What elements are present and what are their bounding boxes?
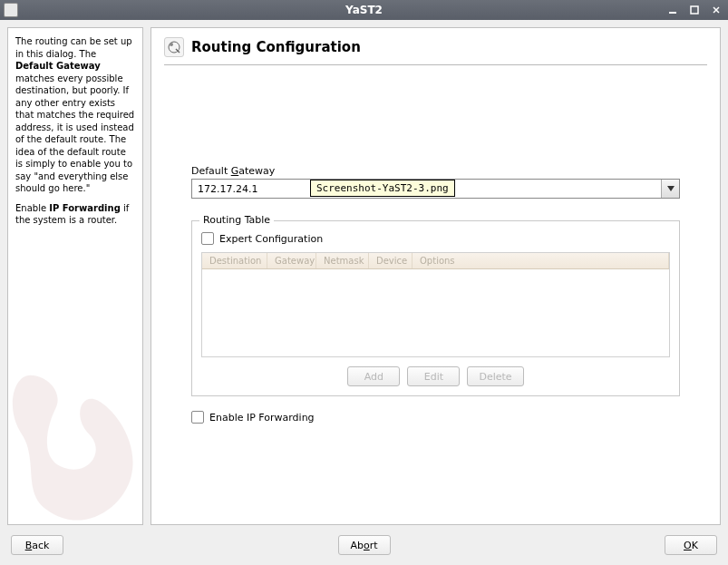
svg-rect-0 (669, 12, 676, 14)
app-icon (4, 3, 18, 17)
content-panel: Routing Configuration Default Gateway Sc… (150, 27, 721, 525)
close-button[interactable] (708, 4, 724, 16)
expert-config-checkbox-row[interactable]: Expert Configuration (201, 232, 670, 245)
col-device[interactable]: Device (369, 253, 413, 268)
ip-forwarding-label: Enable IP Forwarding (209, 412, 315, 424)
chevron-down-icon (667, 186, 675, 191)
default-gateway-label: Default Gateway (191, 165, 680, 177)
titlebar: YaST2 (0, 0, 728, 20)
help-panel: The routing can be set up in this dialog… (7, 27, 143, 525)
help-paragraph-2: Enable IP Forwarding if the system is a … (15, 202, 135, 227)
minimize-button[interactable] (665, 4, 681, 16)
col-netmask[interactable]: Netmask (316, 253, 369, 268)
watermark-icon (7, 325, 143, 525)
expert-config-label: Expert Configuration (219, 233, 323, 245)
col-destination[interactable]: Destination (202, 253, 267, 268)
col-options[interactable]: Options (413, 253, 669, 268)
back-button[interactable]: Back (11, 535, 63, 555)
abort-button[interactable]: Abort (338, 535, 391, 555)
routing-icon (164, 37, 184, 57)
ip-forwarding-checkbox[interactable] (191, 411, 204, 424)
edit-button: Edit (407, 366, 460, 386)
default-gateway-dropdown-button[interactable] (661, 180, 679, 198)
routing-table-legend: Routing Table (199, 214, 274, 226)
delete-button: Delete (467, 366, 523, 386)
routing-table: Destination Gateway Netmask Device Optio… (201, 252, 670, 357)
col-gateway[interactable]: Gateway (267, 253, 316, 268)
help-paragraph-1: The routing can be set up in this dialog… (15, 35, 135, 195)
svg-rect-1 (691, 6, 698, 14)
maximize-button[interactable] (686, 4, 703, 16)
add-button: Add (347, 366, 400, 386)
svg-point-5 (170, 43, 173, 46)
routing-table-fieldset: Routing Table Expert Configuration Desti… (191, 220, 680, 396)
default-gateway-input[interactable] (192, 180, 661, 198)
ip-forwarding-row[interactable]: Enable IP Forwarding (191, 411, 707, 424)
window-title: YaST2 (345, 4, 383, 16)
page-title: Routing Configuration (191, 39, 361, 55)
expert-config-checkbox[interactable] (201, 232, 214, 245)
routing-table-header: Destination Gateway Netmask Device Optio… (202, 253, 669, 269)
ok-button[interactable]: OK (665, 535, 717, 555)
default-gateway-combo[interactable]: Screenshot-YaST2-3.png (191, 179, 680, 199)
